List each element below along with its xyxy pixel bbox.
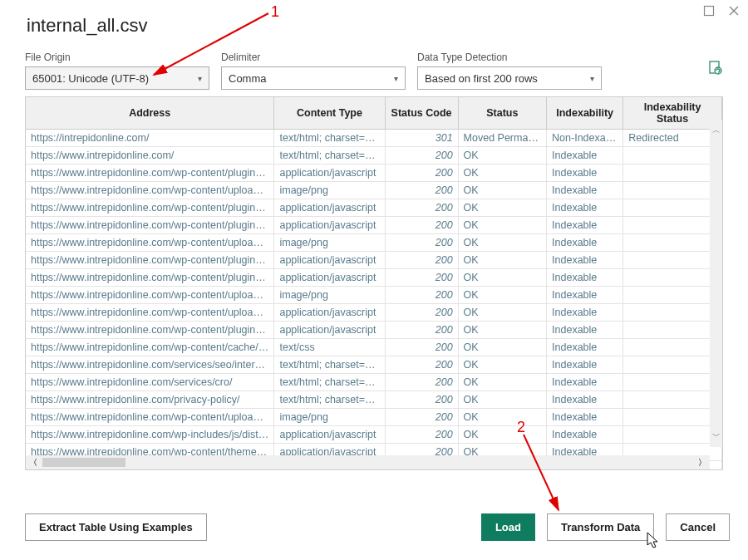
table-cell: application/javascript — [274, 269, 385, 287]
table-cell: OK — [458, 391, 546, 409]
table-cell: Indexable — [547, 165, 623, 182]
table-cell: 301 — [385, 130, 458, 147]
scroll-down-icon[interactable]: ﹀ — [712, 425, 721, 447]
table-cell: 200 — [385, 147, 458, 165]
table-cell: Indexable — [547, 217, 623, 234]
detection-dropdown[interactable]: Based on first 200 rows ▾ — [417, 66, 602, 90]
table-cell: image/png — [274, 287, 385, 304]
table-cell — [623, 339, 722, 356]
table-row[interactable]: https://www.intrepidonline.com/wp-conten… — [26, 165, 722, 182]
scrollbar-thumb[interactable] — [42, 458, 125, 467]
table-cell: 200 — [385, 339, 458, 356]
table-cell: Indexable — [547, 374, 623, 391]
table-cell: https://www.intrepidonline.com/wp-conten… — [26, 199, 274, 217]
table-cell: 200 — [385, 165, 458, 182]
table-cell: image/png — [274, 234, 385, 252]
table-cell: OK — [458, 322, 546, 339]
table-cell: text/html; charset=UTF-8 — [274, 391, 385, 409]
table-cell: 200 — [385, 391, 458, 409]
table-cell: Indexable — [547, 234, 623, 252]
table-cell — [623, 391, 722, 409]
table-cell: https://www.intrepidonline.com/wp-conten… — [26, 409, 274, 426]
scroll-up-icon[interactable]: ︿ — [712, 120, 721, 141]
detection-value: Based on first 200 rows — [425, 72, 538, 85]
maximize-icon[interactable] — [703, 5, 715, 17]
table-row[interactable]: https://www.intrepidonline.com/privacy-p… — [26, 391, 722, 409]
table-cell: application/javascript — [274, 304, 385, 322]
table-cell: 200 — [385, 304, 458, 322]
column-header[interactable]: Indexability — [547, 97, 623, 130]
horizontal-scrollbar[interactable]: 〈 〉 — [26, 455, 710, 469]
table-row[interactable]: https://www.intrepidonline.com/wp-conten… — [26, 199, 722, 217]
file-origin-dropdown[interactable]: 65001: Unicode (UTF-8) ▾ — [25, 66, 209, 90]
table-row[interactable]: https://www.intrepidonline.com/wp-conten… — [26, 304, 722, 322]
table-row[interactable]: https://www.intrepidonline.com/wp-includ… — [26, 426, 722, 444]
scroll-left-icon[interactable]: 〈 — [26, 457, 41, 469]
column-header[interactable]: Address — [26, 97, 274, 130]
file-origin-label: File Origin — [25, 52, 209, 63]
scroll-right-icon[interactable]: 〉 — [695, 457, 710, 469]
delimiter-dropdown[interactable]: Comma ▾ — [221, 66, 406, 90]
table-cell: Indexable — [547, 287, 623, 304]
table-cell — [623, 287, 722, 304]
table-cell: OK — [458, 199, 546, 217]
extract-table-button[interactable]: Extract Table Using Examples — [25, 513, 207, 541]
delimiter-label: Delimiter — [221, 52, 406, 63]
table-cell: text/html; charset=UTF-8 — [274, 130, 385, 147]
table-cell: Indexable — [547, 409, 623, 426]
table-cell: Indexable — [547, 426, 623, 444]
vertical-scrollbar[interactable]: ︿ ﹀ — [710, 120, 722, 447]
close-icon[interactable] — [728, 5, 740, 17]
table-row[interactable]: https://www.intrepidonline.com/wp-conten… — [26, 287, 722, 304]
table-cell — [623, 269, 722, 287]
table-cell: https://www.intrepidonline.com/services/… — [26, 374, 274, 391]
table-cell: application/javascript — [274, 199, 385, 217]
cancel-button[interactable]: Cancel — [666, 513, 730, 541]
load-button[interactable]: Load — [481, 513, 535, 541]
column-header[interactable]: Content Type — [274, 97, 385, 130]
table-cell: 200 — [385, 374, 458, 391]
table-row[interactable]: https://www.intrepidonline.com/text/html… — [26, 147, 722, 165]
table-cell: application/javascript — [274, 322, 385, 339]
table-cell — [623, 356, 722, 374]
table-row[interactable]: https://www.intrepidonline.com/wp-conten… — [26, 339, 722, 356]
table-cell: https://www.intrepidonline.com/privacy-p… — [26, 391, 274, 409]
table-row[interactable]: https://www.intrepidonline.com/wp-conten… — [26, 269, 722, 287]
table-cell: 200 — [385, 322, 458, 339]
table-cell: https://www.intrepidonline.com/services/… — [26, 356, 274, 374]
table-row[interactable]: https://www.intrepidonline.com/wp-conten… — [26, 182, 722, 199]
table-cell: 200 — [385, 426, 458, 444]
table-row[interactable]: https://www.intrepidonline.com/wp-conten… — [26, 322, 722, 339]
table-cell — [623, 147, 722, 165]
svg-point-4 — [715, 67, 721, 74]
table-row[interactable]: https://www.intrepidonline.com/wp-conten… — [26, 252, 722, 269]
table-row[interactable]: https://www.intrepidonline.com/wp-conten… — [26, 234, 722, 252]
refresh-icon[interactable] — [708, 61, 723, 81]
table-cell — [623, 304, 722, 322]
column-header[interactable]: Status Code — [385, 97, 458, 130]
table-cell: OK — [458, 182, 546, 199]
table-cell: https://www.intrepidonline.com/wp-conten… — [26, 217, 274, 234]
table-cell: 200 — [385, 409, 458, 426]
table-cell: OK — [458, 304, 546, 322]
table-row[interactable]: https://www.intrepidonline.com/services/… — [26, 374, 722, 391]
table-cell: OK — [458, 165, 546, 182]
transform-data-button[interactable]: Transform Data — [547, 513, 654, 541]
table-cell: image/png — [274, 182, 385, 199]
table-row[interactable]: https://intrepidonline.com/text/html; ch… — [26, 130, 722, 147]
table-cell — [623, 165, 722, 182]
table-cell: text/html; charset=UTF-8 — [274, 147, 385, 165]
table-cell — [623, 252, 722, 269]
table-cell: https://www.intrepidonline.com/wp-conten… — [26, 252, 274, 269]
table-row[interactable]: https://www.intrepidonline.com/wp-conten… — [26, 217, 722, 234]
column-header[interactable]: Indexability Status — [623, 97, 722, 130]
table-cell: OK — [458, 252, 546, 269]
table-row[interactable]: https://www.intrepidonline.com/wp-conten… — [26, 409, 722, 426]
table-cell: https://www.intrepidonline.com/wp-conten… — [26, 304, 274, 322]
table-cell: https://www.intrepidonline.com/wp-conten… — [26, 165, 274, 182]
table-cell: 200 — [385, 217, 458, 234]
column-header[interactable]: Status — [458, 97, 546, 130]
table-cell: 200 — [385, 287, 458, 304]
table-cell — [623, 182, 722, 199]
table-row[interactable]: https://www.intrepidonline.com/services/… — [26, 356, 722, 374]
